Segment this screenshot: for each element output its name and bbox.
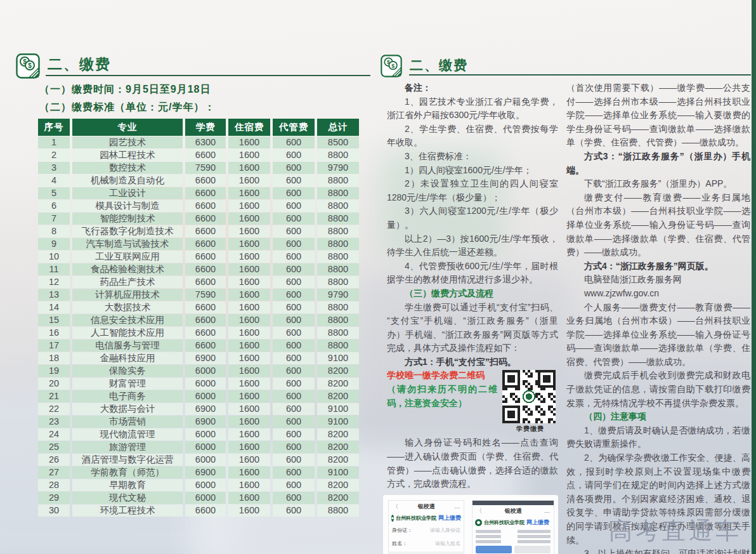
table-cell: 8500	[317, 136, 359, 148]
table-cell: 8800	[317, 225, 359, 237]
table-row: 28早期教育600016006008200	[38, 479, 359, 491]
table-cell: 6000	[185, 454, 226, 466]
table-cell: 学前教育（师范）	[72, 466, 183, 478]
column-header: 住宿费	[228, 119, 270, 136]
table-cell: 22	[38, 403, 70, 415]
right-section-title: 二、缴费	[410, 55, 468, 76]
table-cell: 1600	[228, 301, 270, 313]
table-cell: 1600	[228, 505, 270, 517]
table-cell: 1600	[228, 365, 270, 377]
table-cell: 600	[273, 213, 315, 225]
table-cell: 汽车制造与试验技术	[72, 238, 183, 250]
table-cell: 智能控制技术	[72, 213, 183, 225]
table-row: 29现代文秘600016006008200	[38, 492, 359, 504]
paragraph: 方式4：“浙江政务服务”网页版。	[566, 260, 750, 274]
app-title: 银校通	[418, 503, 435, 511]
right-section-underline	[409, 74, 751, 76]
table-cell: 600	[273, 454, 315, 466]
table-row: 2园林工程技术660016006008800	[38, 149, 359, 161]
table-cell: 8800	[317, 200, 359, 212]
info-row	[476, 530, 551, 533]
table-cell: 6900	[185, 466, 226, 478]
app-screenshots-panel: 〈 银校通 … 台州科技职业学院 网上缴费 身份证： 请输入身份证 姓名：	[383, 495, 558, 554]
fees-table-header: 序号专业学费住宿费代管费总计	[38, 119, 359, 136]
table-cell: 9790	[317, 162, 359, 174]
table-cell: 600	[273, 352, 315, 364]
table-cell: 8800	[317, 187, 359, 199]
table-cell: 6600	[185, 238, 226, 250]
table-row: 19保险实务600016006008200	[38, 365, 359, 377]
qr-paragraph-block: 学费缴费 学校唯一缴学杂费二维码 （请勿扫来历不明的二维码，注意资金安全）	[387, 369, 558, 436]
table-cell: 环境工程技术	[72, 505, 183, 517]
table-cell: 8200	[317, 428, 359, 440]
table-cell: 600	[273, 149, 315, 161]
table-cell: 6	[38, 200, 70, 212]
table-cell: 6900	[185, 403, 226, 415]
table-row: 22大数据与会计690016006009100	[38, 403, 359, 415]
table-cell: 数控技术	[72, 162, 183, 174]
table-cell: 8200	[317, 365, 359, 377]
table-cell: 现代物流管理	[72, 428, 183, 440]
table-cell: 人工智能技术应用	[72, 327, 183, 339]
table-cell: 6600	[185, 251, 226, 263]
table-row: 10工业互联网应用660016006008800	[38, 251, 359, 263]
table-cell: 600	[273, 175, 315, 187]
table-row: 26酒店管理与数字化运营600016006008200	[38, 454, 359, 466]
table-cell: 600	[273, 136, 315, 148]
back-icon: 〈	[476, 507, 482, 515]
table-row: 30环境工程技术660016006008800	[38, 505, 359, 517]
table-cell: 16	[38, 327, 70, 339]
table-cell: 机械制造及自动化	[72, 175, 183, 187]
table-cell: 6300	[185, 136, 226, 148]
table-row: 16人工智能技术应用660016006008800	[38, 327, 359, 339]
table-cell: 8800	[317, 340, 359, 352]
qr-caption: 学费缴费	[502, 425, 558, 433]
table-cell: 6600	[185, 505, 226, 517]
table-row: 18金融科技应用690016006009100	[38, 352, 359, 364]
back-icon: 〈	[393, 503, 398, 511]
paragraph: 1、园艺技术专业浙江省户籍免学费，浙江省外户籍按6300元/学年收取。	[387, 95, 558, 122]
table-cell: 9790	[317, 289, 359, 301]
paragraph: 缴费完成后手机会收到缴费完成和财政电子缴款凭证的信息，请按需自助下载打印缴费发票…	[566, 369, 750, 410]
table-cell: 600	[273, 505, 315, 517]
table-cell: 1600	[228, 162, 270, 174]
methods-column: （首次使用需要下载）——缴学费——公共支付——选择台州市本级——选择台州科技职业…	[566, 81, 750, 554]
svg-text:$: $	[391, 63, 394, 69]
table-cell: 园林工程技术	[72, 149, 183, 161]
table-cell: 600	[273, 492, 315, 504]
table-cell: 现代文秘	[72, 492, 183, 504]
table-cell: 电信服务与管理	[72, 340, 183, 352]
table-cell: 6600	[185, 276, 226, 288]
screenshot-1: 〈 银校通 … 台州科技职业学院 网上缴费 身份证： 请输入身份证 姓名：	[387, 500, 466, 554]
table-cell: 8200	[317, 390, 359, 402]
app-nav-bar: 〈 银校通 …	[389, 501, 464, 513]
table-cell: 1600	[228, 314, 270, 326]
more-icon: …	[544, 508, 550, 514]
table-cell: 8200	[317, 454, 359, 466]
table-cell: 600	[273, 416, 315, 428]
table-row: 4机械制造及自动化660016006008800	[38, 175, 359, 187]
table-cell: 600	[273, 276, 315, 288]
table-cell: 工业设计	[72, 187, 183, 199]
table-cell: 9100	[317, 352, 359, 364]
table-cell: 8	[38, 225, 70, 237]
table-cell: 1600	[228, 340, 270, 352]
school-logo-icon	[475, 519, 482, 526]
paragraph: 输入身份证号码和姓名——点击查询——进入确认缴费页面（学费、住宿费、代管费）——…	[387, 436, 558, 491]
table-cell: 6600	[185, 187, 226, 199]
table-cell: 大数据与会计	[72, 403, 183, 415]
table-cell: 9	[38, 238, 70, 250]
table-cell: 6000	[185, 492, 226, 504]
table-cell: 1600	[228, 238, 270, 250]
brochure-page: $ $ 二、缴费 （一）缴费时间：9月5日至9月18日 （二）缴费标准（单位：元…	[0, 0, 756, 554]
table-cell: 6000	[185, 428, 226, 440]
table-cell: 8800	[317, 301, 359, 313]
table-cell: 1600	[228, 352, 270, 364]
table-cell: 市场营销	[72, 416, 183, 428]
table-cell: 1600	[228, 276, 270, 288]
table-cell: 600	[273, 289, 315, 301]
table-cell: 600	[273, 263, 315, 275]
table-cell: 1600	[228, 213, 270, 225]
app-nav-bar: 〈 银校通 …	[472, 505, 554, 517]
table-cell: 1600	[228, 428, 270, 440]
